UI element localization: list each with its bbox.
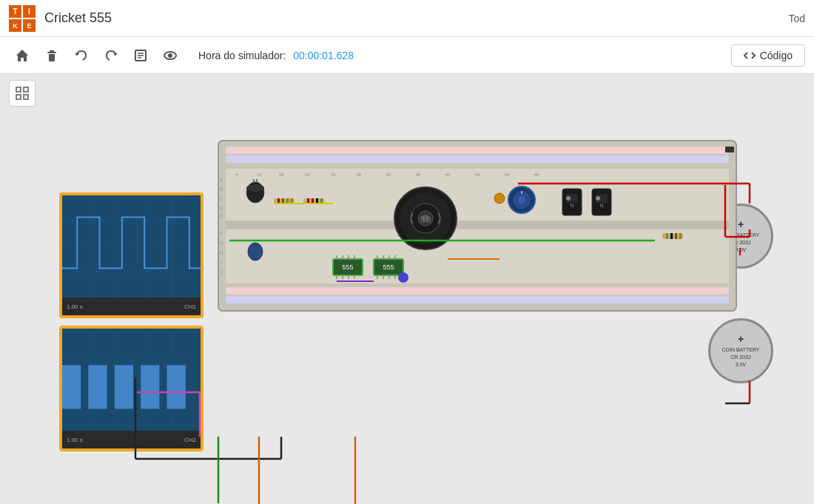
svg-rect-47 (226, 296, 729, 303)
eye-button[interactable] (157, 42, 184, 69)
osc1-time: 1.00 s (67, 303, 83, 310)
svg-text:40: 40 (416, 172, 421, 177)
svg-rect-127 (666, 233, 668, 239)
battery2-plus: + (738, 333, 744, 345)
svg-point-136 (398, 272, 408, 283)
svg-marker-12 (75, 53, 79, 56)
svg-point-125 (494, 193, 505, 204)
simulator-time: Hora do simulador: 00:00:01.628 (198, 50, 354, 61)
battery-2: + COIN BATTERYCR 20323.0V (708, 318, 773, 383)
toolbar: Hora do simulador: 00:00:01.628 Código (0, 37, 814, 74)
svg-text:60: 60 (534, 172, 539, 177)
svg-rect-22 (16, 95, 21, 99)
breadboard: A B C D E F G H I J 5 10 15 20 25 30 35 … (211, 133, 744, 318)
svg-text:N: N (599, 203, 603, 208)
redo-button[interactable] (98, 42, 124, 69)
svg-point-119 (566, 196, 571, 201)
svg-rect-46 (226, 287, 729, 295)
svg-text:T: T (13, 7, 17, 16)
svg-text:15: 15 (279, 172, 284, 177)
header: T I K E Cricket 555 Tod (0, 0, 814, 37)
svg-point-19 (168, 53, 172, 58)
svg-text:30: 30 (357, 172, 362, 177)
svg-text:H: H (219, 250, 223, 255)
home-button[interactable] (9, 42, 36, 69)
battery2-label: COIN BATTERYCR 20323.0V (722, 346, 759, 368)
svg-text:555: 555 (383, 263, 394, 271)
svg-point-73 (246, 184, 264, 192)
svg-rect-9 (49, 54, 55, 61)
svg-text:20: 20 (305, 172, 310, 177)
svg-marker-13 (113, 53, 118, 56)
header-right-text: Tod (788, 13, 805, 24)
svg-rect-10 (47, 52, 56, 53)
svg-rect-42 (167, 365, 186, 409)
svg-rect-130 (679, 233, 682, 239)
svg-text:45: 45 (445, 172, 451, 177)
svg-rect-41 (141, 365, 159, 409)
code-button[interactable]: Código (731, 44, 805, 67)
svg-rect-23 (24, 95, 28, 99)
svg-text:J: J (220, 269, 223, 275)
svg-text:N: N (570, 203, 574, 208)
svg-text:E: E (27, 22, 31, 30)
svg-rect-40 (115, 365, 133, 409)
osc2-time: 1.00 s (67, 437, 83, 443)
svg-text:K: K (13, 22, 18, 30)
svg-rect-39 (88, 365, 107, 409)
svg-rect-45 (226, 155, 729, 163)
tinkercad-logo: T I K E (9, 5, 36, 32)
svg-rect-129 (675, 233, 677, 239)
svg-point-123 (596, 196, 600, 201)
svg-text:35: 35 (386, 172, 391, 177)
svg-text:I: I (221, 260, 222, 265)
svg-rect-44 (226, 147, 729, 154)
svg-rect-11 (50, 50, 54, 52)
svg-text:10: 10 (257, 172, 262, 177)
svg-text:555: 555 (342, 263, 353, 271)
svg-rect-128 (670, 233, 673, 239)
osc1-label: 1.00 s CH1 (62, 298, 201, 315)
svg-text:25: 25 (331, 172, 336, 177)
canvas[interactable]: 200 V 1.00 s CH1 200 V (0, 74, 814, 504)
svg-rect-20 (16, 87, 21, 92)
app-title: Cricket 555 (44, 10, 112, 26)
osc2-screen: 200 V (62, 329, 201, 431)
osc1-screen: 200 V (62, 195, 201, 298)
svg-text:55: 55 (505, 172, 510, 177)
svg-point-76 (248, 243, 263, 261)
svg-text:D: D (219, 206, 223, 211)
delete-button[interactable] (38, 42, 65, 69)
svg-rect-21 (24, 87, 28, 92)
svg-text:50: 50 (475, 172, 480, 177)
svg-rect-137 (725, 147, 734, 152)
svg-marker-8 (16, 50, 28, 61)
oscilloscope-2[interactable]: 200 V 1.00 s CH2 (59, 326, 204, 451)
svg-text:G: G (219, 241, 223, 246)
svg-text:A: A (220, 177, 223, 182)
svg-text:C: C (219, 196, 223, 201)
sim-time-value: 00:00:01.628 (293, 50, 354, 61)
svg-text:I: I (28, 7, 30, 16)
svg-rect-49 (226, 221, 729, 229)
osc2-label: 1.00 s CH2 (62, 431, 201, 448)
oscilloscope-1[interactable]: 200 V 1.00 s CH1 (59, 192, 204, 318)
svg-text:E: E (220, 213, 223, 218)
svg-point-115 (518, 196, 525, 204)
undo-button[interactable] (68, 42, 95, 69)
svg-rect-38 (62, 365, 81, 409)
svg-text:B: B (220, 187, 223, 192)
svg-text:((·)): ((·)) (420, 215, 431, 223)
svg-text:F: F (220, 231, 223, 236)
fit-view-button[interactable] (9, 80, 36, 107)
notes-button[interactable] (127, 42, 154, 69)
